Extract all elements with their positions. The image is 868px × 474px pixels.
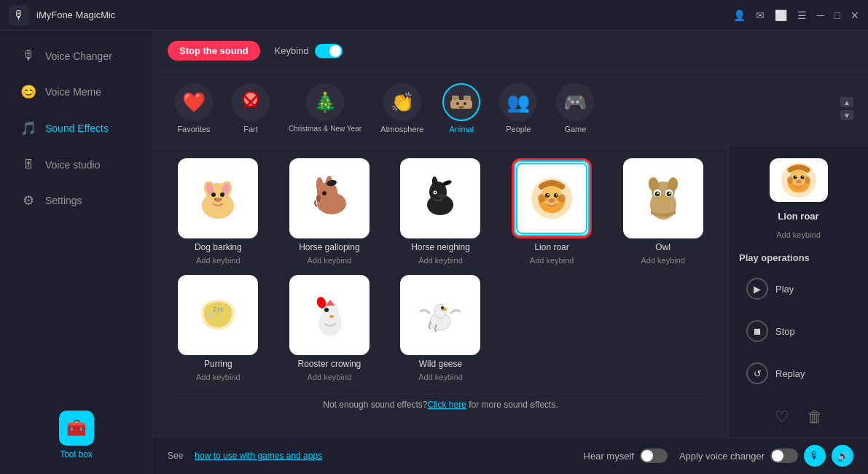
dog-barking-keybind[interactable]: Add keybind bbox=[196, 256, 241, 265]
speaker-button[interactable]: 🔊 bbox=[832, 445, 853, 467]
maximize-icon[interactable]: □ bbox=[834, 9, 840, 21]
sidebar-item-sound-effects-label: Sound Effects bbox=[45, 123, 109, 134]
category-animal[interactable]: Animal bbox=[435, 79, 488, 139]
sound-card-rooster-crowing[interactable]: Rooster crowing Add keybind bbox=[279, 275, 380, 381]
play-label: Play bbox=[775, 284, 794, 295]
horse-neighing-icon bbox=[400, 158, 480, 238]
svg-point-73 bbox=[795, 176, 797, 177]
replay-button[interactable]: ↺ Replay bbox=[739, 357, 858, 390]
wild-geese-name: Wild geese bbox=[419, 359, 462, 369]
topbar: Stop the sound Keybind bbox=[153, 31, 868, 71]
scroll-down-btn[interactable]: ▼ bbox=[840, 110, 853, 120]
keybind-toggle[interactable] bbox=[315, 44, 343, 58]
sound-grid-container: Dog barking Add keybind bbox=[153, 147, 728, 437]
mail-icon[interactable]: ✉ bbox=[756, 9, 765, 21]
svg-point-72 bbox=[800, 176, 804, 179]
sidebar-item-voice-changer[interactable]: 🎙 Voice Changer bbox=[6, 39, 146, 72]
sidebar-item-settings-label: Settings bbox=[45, 195, 82, 206]
stop-sound-button[interactable]: Stop the sound bbox=[168, 41, 260, 61]
right-panel-bottom: ♡ 🗑 bbox=[739, 408, 858, 432]
stop-button[interactable]: ⏹ Stop bbox=[739, 314, 858, 348]
svg-point-53 bbox=[657, 193, 658, 194]
svg-point-15 bbox=[220, 193, 224, 197]
category-fart[interactable]: Fart bbox=[224, 79, 277, 139]
svg-point-76 bbox=[787, 176, 793, 184]
minimize-icon[interactable]: ─ bbox=[817, 9, 824, 21]
favorites-label: Favorites bbox=[177, 125, 210, 134]
svg-point-18 bbox=[220, 198, 222, 200]
svg-point-74 bbox=[802, 176, 804, 177]
purring-keybind[interactable]: Add keybind bbox=[196, 373, 241, 381]
sidebar-item-voice-studio-label: Voice studio bbox=[45, 159, 101, 171]
atmosphere-icon-wrap: 👏 bbox=[383, 83, 421, 121]
svg-point-38 bbox=[547, 194, 549, 195]
horse-galloping-icon bbox=[289, 158, 370, 238]
bottom-info-suffix: for more sound effects. bbox=[466, 400, 558, 410]
sound-grid: Dog barking Add keybind bbox=[168, 158, 713, 381]
how-to-use-link[interactable]: how to use with games and apps bbox=[195, 451, 322, 461]
svg-point-29 bbox=[438, 194, 447, 198]
play-icon: ▶ bbox=[746, 278, 768, 300]
sound-card-owl[interactable]: Owl Add keybind bbox=[612, 158, 713, 265]
game-label: Game bbox=[564, 125, 586, 134]
owl-keybind[interactable]: Add keybind bbox=[641, 256, 685, 265]
mic-button[interactable]: 🎙 bbox=[804, 445, 826, 467]
sound-card-dog-barking[interactable]: Dog barking Add keybind bbox=[168, 158, 269, 265]
svg-point-31 bbox=[434, 192, 436, 193]
horse-galloping-keybind[interactable]: Add keybind bbox=[308, 256, 352, 265]
christmas-label: Christmas & New Year bbox=[289, 125, 361, 133]
bottom-bar: See how to use with games and apps Hear … bbox=[153, 437, 868, 474]
stop-icon: ⏹ bbox=[746, 320, 768, 342]
apply-voice-toggle[interactable] bbox=[770, 448, 798, 463]
category-game[interactable]: 🎮 Game bbox=[549, 79, 601, 139]
sidebar-item-voice-studio[interactable]: 🎚 Voice studio bbox=[6, 148, 146, 181]
sound-card-wild-geese[interactable]: Wild geese Add keybind bbox=[390, 275, 491, 381]
sidebar-item-voice-meme[interactable]: 😊 Voice Meme bbox=[6, 75, 146, 109]
sound-card-horse-neighing[interactable]: Horse neighing Add keybind bbox=[390, 158, 491, 265]
sidebar-item-sound-effects[interactable]: 🎵 Sound Effects bbox=[6, 112, 146, 145]
svg-point-52 bbox=[666, 192, 671, 197]
sound-card-horse-galloping[interactable]: Horse galloping Add keybind bbox=[279, 158, 380, 265]
replay-label: Replay bbox=[775, 368, 805, 379]
selected-sound-name: Lion roar bbox=[739, 211, 858, 222]
category-atmosphere[interactable]: 👏 Atmosphere bbox=[373, 79, 431, 139]
sound-card-lion-roar[interactable]: Lion roar Add keybind bbox=[501, 158, 603, 265]
category-people[interactable]: 👥 People bbox=[492, 79, 544, 139]
selected-sound-icon bbox=[770, 158, 828, 202]
voice-studio-icon: 🎚 bbox=[20, 157, 36, 172]
menu-icon[interactable]: ☰ bbox=[797, 9, 807, 21]
lion-roar-keybind[interactable]: Add keybind bbox=[530, 256, 574, 265]
category-christmas[interactable]: 🎄 Christmas & New Year bbox=[281, 79, 369, 139]
wild-geese-keybind[interactable]: Add keybind bbox=[418, 373, 463, 381]
scroll-up-btn[interactable]: ▲ bbox=[840, 97, 853, 107]
main-layout: 🎙 Voice Changer 😊 Voice Meme 🎵 Sound Eff… bbox=[0, 31, 868, 474]
hear-myself-toggle[interactable] bbox=[640, 448, 668, 463]
svg-point-14 bbox=[211, 193, 216, 197]
click-here-link[interactable]: Click here bbox=[428, 400, 466, 410]
hear-myself-row: Hear myself bbox=[584, 448, 668, 463]
play-button[interactable]: ▶ Play bbox=[739, 272, 858, 306]
delete-button[interactable]: 🗑 bbox=[807, 408, 823, 427]
toolbox-icon: 🧰 bbox=[59, 411, 94, 446]
toolbox-button[interactable]: 🧰 Tool box bbox=[0, 400, 152, 467]
horse-neighing-keybind[interactable]: Add keybind bbox=[418, 256, 463, 265]
owl-icon bbox=[623, 158, 703, 238]
profile-icon[interactable]: 👤 bbox=[733, 9, 746, 21]
titlebar-controls: 👤 ✉ ⬜ ☰ ─ □ ✕ bbox=[733, 9, 859, 21]
svg-point-62 bbox=[324, 308, 329, 312]
animal-label: Animal bbox=[450, 125, 474, 134]
category-favorites[interactable]: ❤️ Favorites bbox=[168, 79, 220, 139]
sound-card-purring[interactable]: Zzz Purring Add keybind bbox=[168, 275, 269, 381]
svg-point-71 bbox=[793, 176, 797, 179]
favorite-button[interactable]: ♡ bbox=[775, 408, 789, 427]
sidebar-item-settings[interactable]: ⚙ Settings bbox=[6, 184, 146, 217]
rooster-crowing-icon bbox=[289, 275, 370, 355]
close-icon[interactable]: ✕ bbox=[851, 9, 859, 21]
rooster-crowing-keybind[interactable]: Add keybind bbox=[308, 373, 352, 381]
dog-barking-name: Dog barking bbox=[195, 242, 242, 252]
add-keybind-label[interactable]: Add keybind bbox=[739, 230, 858, 239]
right-panel: Lion roar Add keybind Play operations ▶ … bbox=[728, 147, 868, 437]
christmas-icon-wrap: 🎄 bbox=[306, 83, 344, 121]
monitor-icon[interactable]: ⬜ bbox=[775, 9, 787, 21]
stop-label: Stop bbox=[775, 326, 795, 337]
